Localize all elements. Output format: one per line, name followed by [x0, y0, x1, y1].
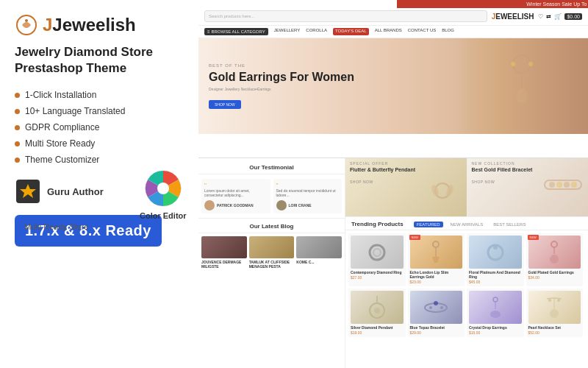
special-offers-row: SPECIAL OFFER Flutter & Butterfly Pendan…	[345, 158, 588, 217]
bullet-icon	[15, 158, 20, 163]
trending-tab-best[interactable]: BEST SELLERS	[490, 222, 528, 227]
hero-description: Designer Jewellery Necklace•Earrings	[209, 87, 354, 91]
trending-header: Trending Products FEATURED NEW ARRIVALS …	[345, 217, 588, 230]
multi-store-text: Multi Ready Store	[24, 222, 88, 231]
svg-point-8	[516, 88, 528, 103]
product-name: Contemporary Diamond Ring	[351, 270, 404, 275]
testimonials-title: Our Testimonial	[198, 158, 345, 174]
feature-item: 10+ Language Translated	[15, 103, 184, 119]
earring-icon	[547, 241, 562, 264]
product-card[interactable]: NEW Gold Plated Gold Earrings $34.00	[526, 233, 584, 286]
product-image	[469, 291, 522, 324]
svg-point-9	[511, 62, 515, 66]
product-image	[410, 291, 463, 324]
product-price: $29.00	[410, 330, 463, 335]
store-mockup-bottom: Our Testimonial " Lorem ipsum dolor sit …	[198, 158, 588, 368]
bullet-icon	[15, 141, 20, 146]
wishlist-icon[interactable]: ♡	[538, 13, 543, 20]
svg-point-35	[440, 306, 443, 309]
color-editor-label: Color Editor	[140, 211, 187, 220]
guru-icon	[15, 178, 41, 205]
svg-point-34	[434, 301, 438, 305]
svg-point-26	[551, 241, 557, 247]
product-price: $19.00	[351, 330, 404, 335]
right-panel: Winter Season Sale Up To 25% OFF! Use Co…	[198, 0, 588, 368]
blog-cards: JOUVENCE DERMAGE MILIGSTE TAMLUK AT CLIF…	[198, 233, 345, 272]
blog-image	[296, 236, 342, 258]
svg-point-6	[513, 55, 531, 73]
product-card[interactable]: NEW Echo London Lip Slim Earrings Gold $…	[408, 233, 465, 286]
svg-point-25	[493, 245, 498, 250]
svg-point-36	[493, 297, 498, 302]
offer-cta[interactable]: SHOP NOW	[467, 177, 500, 186]
product-price: $52.00	[528, 330, 581, 335]
product-image	[351, 236, 404, 269]
trending-tab-featured[interactable]: FEATURED	[414, 222, 443, 227]
color-wheel-icon	[144, 169, 182, 208]
svg-point-13	[445, 184, 454, 197]
ring-icon	[484, 241, 506, 263]
product-card[interactable]: Crystal Drop Earrings $15.00	[467, 289, 524, 337]
menu-todays-deal[interactable]: TODAY'S DEAL	[333, 28, 369, 35]
blog-image	[201, 236, 247, 258]
offer-jewelry-img	[424, 176, 461, 213]
search-placeholder: Search products here...	[209, 14, 254, 18]
product-image	[528, 236, 581, 269]
avatar-image	[204, 200, 215, 210]
offer-card-1: SPECIAL OFFER Flutter & Butterfly Pendan…	[345, 158, 467, 216]
product-name: Echo London Lip Slim Earrings Gold	[410, 270, 463, 279]
testimonials-section: Our Testimonial " Lorem ipsum dolor sit …	[198, 158, 345, 368]
ring-icon	[366, 241, 388, 263]
blog-card[interactable]: KOME C...	[296, 236, 342, 269]
menu-corolla[interactable]: COROLLA	[306, 28, 327, 35]
offer-card-2: NEW COLLECTION Best Gold Filled Bracelet…	[467, 158, 589, 216]
offer-title: Flutter & Butterfly Pendant	[345, 166, 467, 173]
svg-point-5	[157, 183, 169, 194]
cart-icon[interactable]: 🛒	[554, 13, 562, 20]
product-card[interactable]: Contemporary Diamond Ring $27.00	[348, 233, 406, 286]
menu-contact[interactable]: CONTACT US	[408, 28, 436, 35]
product-image	[528, 291, 581, 324]
product-badge: NEW	[409, 235, 420, 240]
blog-title: Our Latest Blog	[198, 218, 345, 233]
testimonial-avatar: PATRICK GOODMAN	[204, 200, 268, 210]
store-logo: JEWEELISH	[492, 13, 534, 21]
currency-selector[interactable]: $0.00	[564, 13, 582, 20]
product-card[interactable]: Pearl Necklace Set $52.00	[526, 289, 584, 337]
offer-cta[interactable]: SHOP NOW	[345, 177, 378, 186]
testimonial-text: Lorem ipsum dolor sit amet, consectetur …	[204, 188, 268, 197]
product-card[interactable]: Blue Topaz Bracelet $29.00	[408, 289, 465, 337]
hero-cta-button[interactable]: SHOP NOW	[209, 100, 241, 109]
svg-point-17	[564, 182, 570, 188]
store-nav: Search products here... JEWEELISH ♡ ⇄ 🛒 …	[198, 7, 588, 26]
blog-card[interactable]: TAMLUK AT CLIFFSIDE MENAGEN PESTA	[249, 236, 295, 269]
features-list: 1-Click Installation 10+ Language Transl…	[15, 87, 184, 168]
menu-all-brands[interactable]: ALL BRANDS	[375, 28, 402, 35]
svg-point-16	[556, 182, 562, 188]
store-search-bar[interactable]: Search products here...	[204, 10, 487, 22]
product-name: Pearl Necklace Set	[528, 325, 581, 330]
trending-tab-new[interactable]: NEW ARRIVALS	[448, 222, 487, 227]
menu-blog[interactable]: BLOG	[442, 28, 454, 35]
bullet-icon	[15, 109, 20, 114]
blog-card-title: JOUVENCE DERMAGE MILIGSTE	[201, 260, 247, 269]
blog-card-title: TAMLUK AT CLIFFSIDE MENAGEN PESTA	[249, 260, 295, 269]
product-price: $15.00	[469, 330, 522, 335]
product-card[interactable]: Floral Platinum And Diamond Ring $45.00	[467, 233, 524, 286]
blog-card[interactable]: JOUVENCE DERMAGE MILIGSTE	[201, 236, 247, 269]
offer-badge: SPECIAL OFFER	[345, 158, 467, 166]
hero-jewelry-decoration	[500, 53, 544, 112]
earring-icon	[429, 241, 443, 264]
hero-badge: BEST OF THE	[209, 63, 354, 68]
testimonial-name: PATRICK GOODMAN	[217, 203, 254, 208]
product-card[interactable]: Silver Diamond Pendant $19.00	[348, 289, 406, 337]
svg-point-1	[25, 19, 28, 22]
svg-point-19	[370, 245, 384, 260]
compare-icon[interactable]: ⇄	[546, 13, 551, 20]
svg-point-20	[373, 249, 381, 256]
products-grid: Contemporary Diamond Ring $27.00 NEW Ech…	[345, 230, 588, 340]
offer-jewelry-img	[541, 162, 585, 206]
browse-category-btn[interactable]: ≡ BROWSE ALL CATEGORY	[204, 28, 268, 35]
feature-item: GDPR Compliance	[15, 119, 184, 135]
menu-jewellery[interactable]: JEWELLERY	[274, 28, 301, 35]
